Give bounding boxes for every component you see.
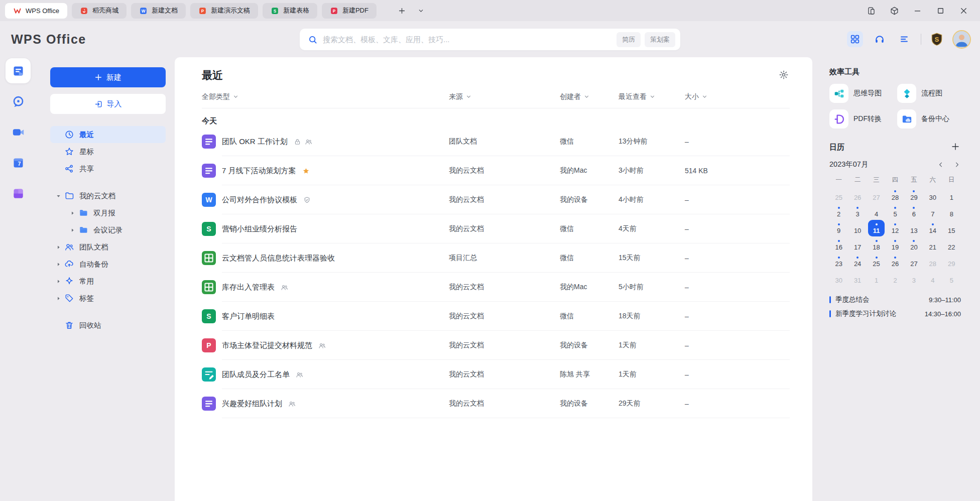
calendar-day-23[interactable]: 23 — [830, 253, 847, 270]
rail-item-apps[interactable] — [6, 181, 31, 206]
mobile-device-button[interactable] — [860, 3, 883, 19]
import-button[interactable]: 导入 — [50, 94, 166, 114]
new-document-button[interactable]: 新建 — [50, 67, 166, 87]
calendar-day-25[interactable]: 25 — [868, 253, 885, 270]
calendar-day-26[interactable]: 26 — [849, 187, 866, 203]
search-tag-resume[interactable]: 简历 — [617, 32, 641, 47]
calendar-day-28[interactable]: 28 — [924, 253, 941, 270]
file-row[interactable]: P市场主体登记提交材料规范我的云文档我的设备1天前– — [202, 331, 790, 360]
caret-right-icon[interactable] — [54, 277, 62, 285]
calendar-day-2[interactable]: 2 — [887, 270, 903, 286]
caret-down-icon[interactable] — [54, 192, 62, 200]
caret-right-icon[interactable] — [68, 209, 76, 217]
caret-right-icon[interactable] — [54, 243, 62, 251]
calendar-day-27[interactable]: 27 — [906, 253, 922, 270]
calendar-day-29[interactable]: 29 — [943, 253, 960, 270]
calendar-day-17[interactable]: 17 — [849, 236, 866, 253]
app-tab-新建PDF[interactable]: P新建PDF — [322, 3, 377, 19]
caret-right-icon[interactable] — [54, 294, 62, 302]
sidebar-item-我的云文档[interactable]: 我的云文档 — [50, 187, 166, 204]
rail-item-chat[interactable] — [6, 89, 31, 114]
calendar-day-12[interactable]: 12 — [887, 220, 903, 236]
calendar-day-1[interactable]: 1 — [943, 187, 960, 203]
search-input[interactable] — [323, 35, 612, 44]
calendar-day-11[interactable]: 11 — [868, 220, 885, 236]
app-tab-新建文档[interactable]: W新建文档 — [131, 3, 186, 19]
filter-全部类型[interactable]: 全部类型 — [202, 92, 449, 101]
sidebar-item-自动备份[interactable]: 自动备份 — [50, 256, 166, 273]
tool-PDF转换[interactable]: PDF转换 — [829, 109, 893, 129]
filter-最近查看[interactable]: 最近查看 — [619, 92, 685, 101]
calendar-prev-chevron-left-icon[interactable] — [937, 161, 945, 169]
maximize-button[interactable] — [929, 3, 952, 19]
menu-lines-icon[interactable] — [896, 31, 912, 47]
sidebar-item-会议记录[interactable]: 会议记录 — [64, 221, 166, 238]
sidebar-item-最近[interactable]: 最近 — [50, 126, 166, 143]
calendar-day-21[interactable]: 21 — [924, 236, 941, 253]
sidebar-item-回收站[interactable]: 回收站 — [50, 317, 166, 334]
calendar-day-29[interactable]: 29 — [906, 187, 922, 203]
headset-support-icon[interactable] — [872, 31, 888, 47]
calendar-day-14[interactable]: 14 — [924, 220, 941, 236]
filter-大小[interactable]: 大小 — [685, 92, 790, 101]
calendar-day-3[interactable]: 3 — [906, 270, 922, 286]
calendar-day-8[interactable]: 8 — [943, 203, 960, 220]
calendar-day-3[interactable]: 3 — [849, 203, 866, 220]
tab-list-chevron-down-icon[interactable] — [414, 4, 428, 18]
calendar-day-4[interactable]: 4 — [868, 203, 885, 220]
tool-备份中心[interactable]: 备份中心 — [897, 109, 961, 129]
calendar-day-27[interactable]: 27 — [868, 187, 885, 203]
gear-icon[interactable] — [779, 70, 790, 81]
calendar-day-13[interactable]: 13 — [906, 220, 922, 236]
calendar-day-5[interactable]: 5 — [943, 270, 960, 286]
file-row[interactable]: 团队成员及分工名单我的云文档陈旭 共享1天前– — [202, 360, 790, 389]
tool-思维导图[interactable]: 思维导图 — [829, 84, 893, 103]
calendar-day-24[interactable]: 24 — [849, 253, 866, 270]
caret-right-icon[interactable] — [54, 260, 62, 268]
file-row[interactable]: 兴趣爱好组队计划我的云文档我的设备29天前– — [202, 389, 790, 418]
search-tag-plan[interactable]: 策划案 — [645, 32, 675, 47]
sidebar-item-双月报[interactable]: 双月报 — [64, 204, 166, 221]
calendar-day-30[interactable]: 30 — [830, 270, 847, 286]
file-row[interactable]: 云文档管人员信息统计表理器验收项目汇总微信15天前– — [202, 243, 790, 273]
new-tab-button[interactable] — [395, 4, 409, 18]
add-event-plus-icon[interactable] — [951, 142, 961, 152]
calendar-day-7[interactable]: 7 — [924, 203, 941, 220]
tool-流程图[interactable]: 流程图 — [897, 84, 961, 103]
sidebar-item-常用[interactable]: 常用 — [50, 273, 166, 290]
calendar-day-1[interactable]: 1 — [868, 270, 885, 286]
file-row[interactable]: W公司对外合作协议模板我的云文档我的设备4小时前– — [202, 185, 790, 214]
app-tab-新建演示文稿[interactable]: P新建演示文稿 — [190, 3, 258, 19]
calendar-day-20[interactable]: 20 — [906, 236, 922, 253]
calendar-event[interactable]: 季度总结会9:30–11:00 — [829, 293, 961, 307]
file-row[interactable]: 库存出入管理表我的云文档我的Mac5小时前– — [202, 273, 790, 302]
calendar-day-9[interactable]: 9 — [830, 220, 847, 236]
app-tab-稻壳商城[interactable]: 稻壳商城 — [72, 3, 127, 19]
file-row[interactable]: 7 月线下活动策划方案我的云文档我的Mac3小时前514 KB — [202, 156, 790, 185]
file-row[interactable]: S营销小组业绩分析报告我的云文档微信4天前– — [202, 214, 790, 243]
rail-item-documents[interactable] — [6, 58, 31, 83]
file-row[interactable]: 团队 OKR 工作计划团队文档微信13分钟前– — [202, 127, 790, 156]
member-badge-icon[interactable]: S — [930, 32, 944, 46]
rail-item-calendar[interactable]: 7 — [6, 150, 31, 175]
calendar-day-18[interactable]: 18 — [868, 236, 885, 253]
filter-来源[interactable]: 来源 — [449, 92, 560, 101]
calendar-next-chevron-right-icon[interactable] — [953, 161, 961, 169]
app-tab-WPS Office[interactable]: WPS Office — [5, 3, 67, 19]
calendar-day-6[interactable]: 6 — [906, 203, 922, 220]
calendar-day-19[interactable]: 19 — [887, 236, 903, 253]
calendar-day-25[interactable]: 25 — [830, 187, 847, 203]
user-avatar[interactable] — [952, 30, 971, 49]
calendar-day-15[interactable]: 15 — [943, 220, 960, 236]
file-row[interactable]: S客户订单明细表我的云文档微信18天前– — [202, 302, 790, 331]
calendar-day-4[interactable]: 4 — [924, 270, 941, 286]
cube-button[interactable] — [883, 3, 906, 19]
calendar-day-2[interactable]: 2 — [830, 203, 847, 220]
sidebar-item-星标[interactable]: 星标 — [50, 143, 166, 160]
calendar-day-31[interactable]: 31 — [849, 270, 866, 286]
calendar-day-10[interactable]: 10 — [849, 220, 866, 236]
calendar-day-22[interactable]: 22 — [943, 236, 960, 253]
minimize-button[interactable] — [906, 3, 929, 19]
rail-item-meeting[interactable] — [6, 119, 31, 145]
apps-grid-icon[interactable] — [847, 31, 863, 47]
